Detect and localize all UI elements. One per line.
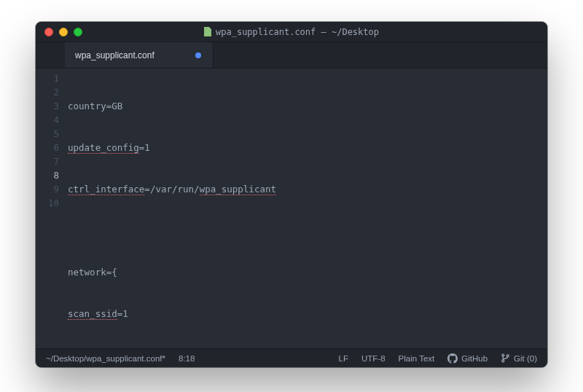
code-line: network={ — [68, 265, 547, 279]
statusbar: ~/Desktop/wpa_supplicant.conf* 8:18 LF U… — [36, 348, 547, 367]
editor-area[interactable]: 12345678910 country=GB update_config=1 c… — [36, 68, 547, 348]
code-line: ctrl_interface=/var/run/wpa_supplicant — [68, 182, 547, 196]
svg-point-0 — [502, 354, 504, 356]
dirty-indicator-icon — [195, 52, 201, 58]
titlebar[interactable]: wpa_supplicant.conf — ~/Desktop — [36, 22, 547, 42]
file-icon — [204, 27, 211, 36]
line-number: 8 — [36, 168, 59, 182]
line-number: 2 — [36, 85, 59, 99]
status-github-label: GitHub — [461, 354, 488, 363]
line-number: 10 — [36, 196, 59, 210]
window-title-text: wpa_supplicant.conf — ~/Desktop — [216, 27, 379, 37]
line-number: 6 — [36, 141, 59, 154]
tabbar[interactable]: wpa_supplicant.conf — [36, 42, 547, 68]
line-number: 4 — [36, 113, 59, 127]
tab-file[interactable]: wpa_supplicant.conf — [65, 42, 214, 68]
svg-point-1 — [502, 360, 504, 362]
line-number: 5 — [36, 127, 59, 141]
code-line — [68, 224, 547, 238]
window-title: wpa_supplicant.conf — ~/Desktop — [36, 27, 547, 37]
status-git-label: Git (0) — [514, 354, 537, 363]
zoom-icon[interactable] — [74, 28, 82, 36]
status-path[interactable]: ~/Desktop/wpa_supplicant.conf* — [46, 354, 165, 363]
gutter: 12345678910 — [36, 68, 68, 348]
svg-point-2 — [506, 355, 509, 357]
status-cursor[interactable]: 8:18 — [179, 354, 195, 363]
status-github[interactable]: GitHub — [447, 353, 488, 364]
tab-spacer — [36, 42, 65, 68]
status-eol[interactable]: LF — [339, 354, 348, 363]
close-icon[interactable] — [44, 28, 53, 36]
status-git[interactable]: Git (0) — [501, 353, 537, 363]
line-number: 1 — [36, 71, 59, 85]
code-line: update_config=1 — [68, 141, 547, 154]
tab-label: wpa_supplicant.conf — [75, 50, 154, 60]
line-number: 9 — [36, 182, 59, 196]
code-line: scan_ssid=1 — [68, 307, 547, 321]
editor-window: wpa_supplicant.conf — ~/Desktop wpa_supp… — [36, 22, 547, 367]
minimize-icon[interactable] — [59, 28, 68, 36]
status-grammar[interactable]: Plain Text — [399, 354, 435, 363]
code-line: country=GB — [68, 99, 547, 113]
github-icon — [447, 353, 458, 364]
git-branch-icon — [501, 353, 510, 363]
status-encoding[interactable]: UTF-8 — [361, 354, 386, 363]
line-number: 3 — [36, 99, 59, 113]
line-number: 7 — [36, 154, 59, 168]
traffic-lights — [36, 28, 82, 36]
code[interactable]: country=GB update_config=1 ctrl_interfac… — [68, 68, 547, 348]
